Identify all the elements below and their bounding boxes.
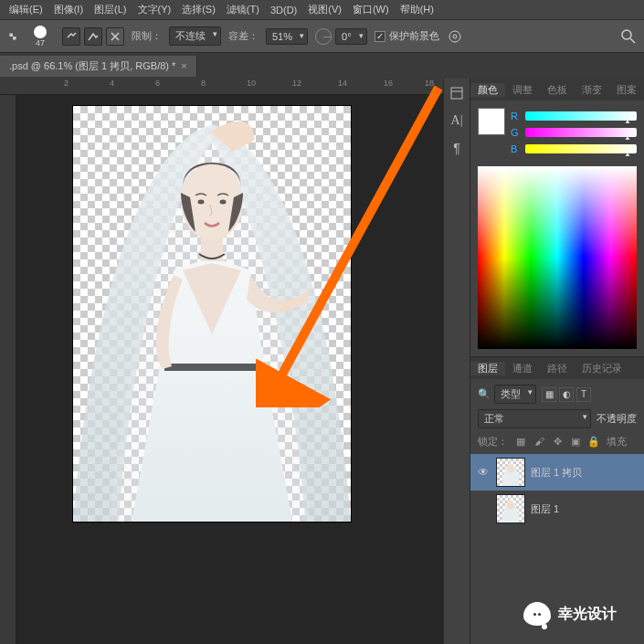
- horizontal-ruler: 2 4 6 8 10 12 14 16 18: [0, 79, 443, 95]
- document-tab-title: .psd @ 66.1% (图层 1 拷贝, RGB/8) *: [9, 59, 175, 73]
- lock-artboard-icon[interactable]: ▣: [568, 434, 583, 449]
- svg-rect-10: [451, 88, 462, 99]
- ruler-tick: 2: [64, 79, 69, 88]
- tab-patterns[interactable]: 图案: [609, 83, 644, 97]
- menu-view[interactable]: 视图(V): [302, 3, 347, 16]
- brush-dot-icon: [34, 26, 47, 38]
- angle-input[interactable]: 0°: [335, 28, 367, 45]
- g-slider[interactable]: [525, 128, 637, 137]
- tool-switch-icon[interactable]: [7, 27, 18, 46]
- character-panel-icon[interactable]: A|: [446, 110, 468, 132]
- menu-type[interactable]: 文字(Y): [132, 3, 177, 16]
- menu-filter[interactable]: 滤镜(T): [221, 3, 265, 16]
- layer-thumbnail[interactable]: [496, 494, 525, 523]
- sampling-swatch-icon[interactable]: [106, 27, 124, 46]
- document-tab-bar: .psd @ 66.1% (图层 1 拷贝, RGB/8) * ×: [0, 53, 644, 79]
- ruler-tick: 16: [384, 79, 393, 88]
- tab-paths[interactable]: 路径: [540, 362, 575, 375]
- ruler-tick: 6: [155, 79, 160, 88]
- svg-point-13: [507, 501, 514, 510]
- tab-swatches[interactable]: 色板: [540, 83, 575, 97]
- b-label: B: [511, 143, 520, 154]
- paragraph-panel-icon[interactable]: ¶: [446, 137, 468, 159]
- layer-name: 图层 1 拷贝: [531, 466, 582, 480]
- filter-kind-dropdown[interactable]: 类型: [494, 385, 536, 404]
- b-slider[interactable]: [525, 144, 637, 153]
- g-label: G: [511, 127, 520, 138]
- color-panel: R G B: [470, 100, 644, 356]
- collapsed-panel-dock: A| ¶: [443, 79, 470, 644]
- menu-help[interactable]: 帮助(H): [395, 3, 439, 16]
- layers-panel-tabs: 图层 通道 路径 历史记录: [470, 357, 644, 379]
- chat-bubble-icon: [523, 602, 551, 626]
- photo-content: [73, 106, 351, 522]
- r-slider[interactable]: [525, 111, 637, 121]
- lock-label: 锁定：: [478, 435, 508, 449]
- layer-item[interactable]: 图层 1: [470, 491, 644, 527]
- menu-edit[interactable]: 编辑(E): [4, 3, 48, 16]
- ruler-tick: 14: [338, 79, 347, 88]
- ruler-tick: 8: [201, 79, 206, 88]
- canvas-image[interactable]: [73, 106, 351, 522]
- brush-preset-picker[interactable]: 47: [26, 22, 55, 51]
- opacity-label: 不透明度: [596, 412, 637, 426]
- lock-pixels-icon[interactable]: 🖌: [532, 434, 546, 449]
- tab-history[interactable]: 历史记录: [575, 362, 629, 375]
- sampling-once-icon[interactable]: [84, 27, 102, 46]
- menu-window[interactable]: 窗口(W): [347, 3, 395, 16]
- tab-gradients[interactable]: 渐变: [575, 83, 609, 97]
- svg-point-2: [622, 30, 631, 39]
- options-bar: 47 限制： 不连续 容差： 51% 0° 保护前景色: [0, 20, 644, 53]
- lock-all-icon[interactable]: 🔒: [586, 434, 601, 449]
- close-tab-icon[interactable]: ×: [181, 60, 186, 71]
- layer-thumbnail[interactable]: [496, 458, 525, 487]
- ruler-tick: 4: [110, 79, 114, 88]
- blend-mode-dropdown[interactable]: 正常: [478, 409, 591, 428]
- filter-type-icon[interactable]: T: [576, 387, 591, 402]
- canvas-area[interactable]: 2 4 6 8 10 12 14 16 18: [0, 79, 443, 644]
- visibility-toggle-icon[interactable]: 👁: [476, 466, 491, 479]
- tab-layers[interactable]: 图层: [470, 362, 505, 375]
- menu-layer[interactable]: 图层(L): [89, 3, 132, 16]
- tab-channels[interactable]: 通道: [505, 362, 540, 375]
- limit-dropdown[interactable]: 不连续: [169, 26, 221, 46]
- tab-color[interactable]: 颜色: [470, 83, 505, 97]
- svg-point-0: [449, 31, 460, 42]
- layer-name: 图层 1: [531, 502, 559, 516]
- color-panel-tabs: 颜色 调整 色板 渐变 图案: [470, 79, 644, 100]
- protect-foreground-label: 保护前景色: [389, 29, 439, 43]
- properties-icon[interactable]: [446, 82, 468, 104]
- menu-bar: 编辑(E) 图像(I) 图层(L) 文字(Y) 选择(S) 滤镜(T) 3D(D…: [0, 0, 644, 20]
- menu-image[interactable]: 图像(I): [48, 3, 89, 16]
- limit-label: 限制：: [132, 29, 162, 43]
- foreground-background-swatch[interactable]: [478, 108, 505, 135]
- layer-list: 👁 图层 1 拷贝 图层 1: [470, 454, 644, 527]
- layers-panel: 图层 通道 路径 历史记录 🔍 类型 ▦ ◐ T: [470, 356, 644, 527]
- sampling-continuous-icon[interactable]: [62, 27, 80, 46]
- vertical-ruler: [0, 95, 16, 644]
- color-spectrum-picker[interactable]: [478, 166, 637, 349]
- svg-point-12: [507, 465, 514, 473]
- fill-label: 填充: [607, 435, 627, 449]
- lock-transparency-icon[interactable]: ▦: [513, 434, 528, 449]
- target-icon[interactable]: [447, 28, 463, 45]
- ruler-tick: 10: [247, 79, 256, 88]
- tab-adjust[interactable]: 调整: [505, 83, 540, 97]
- menu-select[interactable]: 选择(S): [176, 3, 221, 16]
- search-icon-small: 🔍: [478, 388, 491, 400]
- layer-item[interactable]: 👁 图层 1 拷贝: [470, 454, 644, 491]
- menu-3d[interactable]: 3D(D): [265, 5, 302, 16]
- watermark-text: 幸光设计: [558, 605, 617, 624]
- document-tab[interactable]: .psd @ 66.1% (图层 1 拷贝, RGB/8) * ×: [0, 56, 197, 77]
- r-label: R: [511, 111, 520, 121]
- filter-adjust-icon[interactable]: ◐: [559, 387, 574, 402]
- watermark: 幸光设计: [523, 602, 617, 626]
- filter-pixel-icon[interactable]: ▦: [542, 387, 556, 402]
- svg-point-1: [453, 35, 457, 38]
- lock-position-icon[interactable]: ✥: [550, 434, 565, 449]
- tolerance-dropdown[interactable]: 51%: [266, 28, 308, 45]
- svg-line-3: [630, 38, 635, 43]
- angle-dial-icon[interactable]: [315, 28, 332, 45]
- search-icon[interactable]: [620, 28, 637, 45]
- protect-foreground-checkbox[interactable]: [375, 31, 385, 42]
